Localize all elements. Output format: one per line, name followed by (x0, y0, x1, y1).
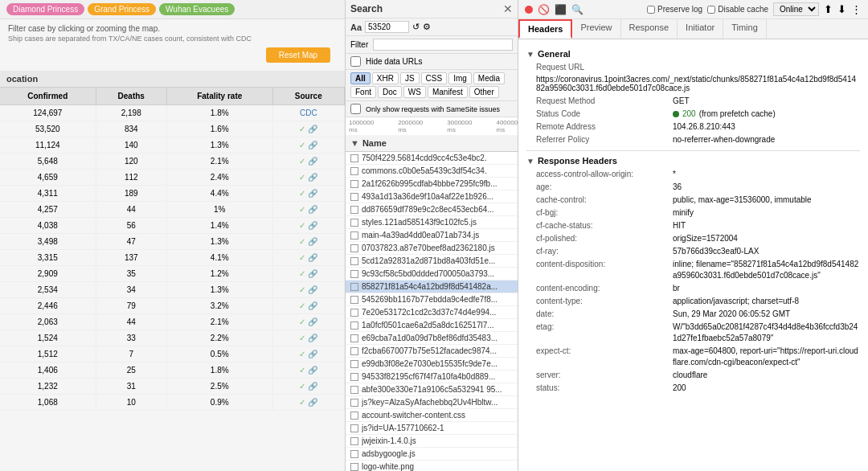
source-link-icon[interactable]: 🔗 (308, 189, 317, 198)
table-row[interactable]: 4,3111894.4%✓ 🔗 (0, 186, 345, 202)
name-col-header[interactable]: ▼ Name (346, 135, 518, 152)
table-row[interactable]: 1,51270.5%✓ 🔗 (0, 346, 345, 362)
table-row[interactable]: 124,6972,1981.8%CDC (0, 105, 345, 121)
network-item[interactable]: 94533f82195cf67f4f7a10fa4b0d889... (346, 371, 518, 383)
record-button[interactable] (525, 6, 533, 14)
source-link-icon[interactable]: 🔗 (308, 285, 317, 294)
filter-doc[interactable]: Doc (378, 86, 402, 98)
upload-icon[interactable]: ⬆ (824, 3, 833, 15)
tag-grand-princess[interactable]: Grand Princess (88, 3, 156, 15)
table-row[interactable]: 2,446793.2%✓ 🔗 (0, 298, 345, 314)
throttle-select[interactable]: Online (773, 2, 819, 16)
network-item[interactable]: jwjeixin-1.4.0.js (346, 435, 518, 448)
source-link-icon[interactable]: 🔗 (308, 301, 317, 310)
filter-icon[interactable]: ⬛ (555, 4, 567, 15)
source-link-icon[interactable]: 🔗 (308, 334, 317, 342)
network-item[interactable]: dd876659df789e9c2c8ec453ecb64... (346, 203, 518, 216)
size-input[interactable] (365, 21, 409, 33)
network-item[interactable]: 5cd12a92831a2d871bd8a403fd51e... (346, 255, 518, 268)
clear-icon[interactable]: 🚫 (538, 4, 550, 15)
source-link-icon[interactable]: 🔗 (308, 253, 317, 262)
col-deaths[interactable]: Deaths (96, 88, 166, 105)
filter-all[interactable]: All (350, 72, 371, 84)
general-section-header[interactable]: ▼ General (526, 49, 860, 59)
network-item[interactable]: logo-white.png (346, 461, 518, 471)
network-item[interactable]: 750f4229.56814cdd9cc4c53e4bc2. (346, 152, 518, 165)
preserve-log-checkbox[interactable] (647, 6, 655, 14)
tag-diamond-princess[interactable]: Diamond Princess (6, 3, 84, 15)
hide-data-checkbox[interactable] (350, 56, 361, 67)
network-item[interactable]: js?key=AlzaSyAfachebbq2Uv4Hbltw... (346, 396, 518, 409)
source-link-icon[interactable]: 🔗 (308, 205, 317, 214)
table-row[interactable]: 11,1241401.3%✓ 🔗 (0, 137, 345, 154)
source-link-icon[interactable]: 🔗 (308, 141, 317, 149)
network-item[interactable]: main-4a39ad4dd0ea071ab734.js (346, 229, 518, 242)
disable-cache-checkbox[interactable] (707, 6, 715, 14)
table-row[interactable]: 53,5208341.6%✓ 🔗 (0, 121, 345, 137)
settings-icon[interactable]: ⚙ (423, 22, 431, 32)
network-item[interactable]: 1a0fcf0501cae6a2d5a8dc162517l7... (346, 319, 518, 332)
source-link-icon[interactable]: 🔗 (308, 237, 317, 246)
network-item[interactable]: adsbygoogle.js (346, 448, 518, 461)
source-link-icon[interactable]: 🔗 (308, 269, 317, 278)
source-link-icon[interactable]: 🔗 (308, 125, 317, 133)
network-item[interactable]: 545269bb1167b77ebdda9c4edfe7f8... (346, 293, 518, 306)
table-row[interactable]: 1,232312.5%✓ 🔗 (0, 379, 345, 395)
network-item[interactable]: commons.c0b0e5a5439c3df54c34. (346, 165, 518, 178)
tag-wuhan-evacuees[interactable]: Wuhan Evacuees (159, 3, 235, 15)
network-item[interactable]: f2cba6670077b75e512facadec9874... (346, 345, 518, 358)
network-item[interactable]: 2a1f2626b995cdfab4bbbe7295fc9fb... (346, 178, 518, 190)
table-row[interactable]: 2,063442.1%✓ 🔗 (0, 314, 345, 330)
table-row[interactable]: 2,534341.3%✓ 🔗 (0, 282, 345, 298)
table-row[interactable]: 4,257441%✓ 🔗 (0, 202, 345, 218)
source-link-icon[interactable]: 🔗 (308, 221, 317, 230)
filter-js[interactable]: JS (400, 72, 420, 84)
table-row[interactable]: 3,498471.3%✓ 🔗 (0, 234, 345, 250)
source-link-icon[interactable]: 🔗 (308, 157, 317, 166)
tab-initiator[interactable]: Initiator (678, 19, 723, 39)
table-row[interactable]: 4,6591122.4%✓ 🔗 (0, 170, 345, 186)
table-row[interactable]: 4,038561.4%✓ 🔗 (0, 218, 345, 234)
filter-other[interactable]: Other (469, 86, 499, 98)
source-link-icon[interactable]: 🔗 (308, 366, 317, 375)
search-icon[interactable]: 🔍 (571, 4, 583, 15)
search-close-icon[interactable]: ✕ (503, 2, 513, 15)
network-item[interactable]: styles.121ad585143f9c102fc5.js (346, 216, 518, 229)
network-item[interactable]: e69cba7a1d0a09d7b8ef86dfd35483... (346, 332, 518, 345)
reset-map-button[interactable]: Reset Map (266, 47, 330, 63)
network-item[interactable]: 493a1d13a36de9f10a4af22e1b926... (346, 190, 518, 203)
source-link-icon[interactable]: 🔗 (308, 173, 317, 182)
filter-font[interactable]: Font (350, 86, 376, 98)
table-row[interactable]: 2,909351.2%✓ 🔗 (0, 266, 345, 282)
filter-manifest[interactable]: Manifest (428, 86, 468, 98)
source-link-icon[interactable]: 🔗 (308, 382, 317, 391)
source-link-icon[interactable]: 🔗 (308, 350, 317, 358)
tab-preview[interactable]: Preview (572, 19, 620, 39)
filter-ws[interactable]: WS (403, 86, 426, 98)
tab-headers[interactable]: Headers (518, 19, 572, 39)
network-item[interactable]: e99db3f08e2e7030eb15535fc9de7e... (346, 358, 518, 371)
network-item[interactable]: 858271f81a54c4a12bd9f8d541482a... (346, 281, 518, 293)
same-site-checkbox[interactable] (350, 104, 361, 114)
tab-timing[interactable]: Timing (723, 19, 767, 39)
network-item[interactable]: 9c93cf58c5bd0ddded700050a3793... (346, 268, 518, 281)
table-row[interactable]: 1,524332.2%✓ 🔗 (0, 330, 345, 346)
network-item[interactable]: abfe300e330e71a9106c5a532941 95... (346, 383, 518, 396)
table-row[interactable]: 3,3151374.1%✓ 🔗 (0, 250, 345, 266)
table-row[interactable]: 1,068100.9%✓ 🔗 (0, 395, 345, 411)
table-row[interactable]: 1,406251.8%✓ 🔗 (0, 362, 345, 379)
network-item[interactable]: account-switcher-content.css (346, 409, 518, 422)
filter-css[interactable]: CSS (421, 72, 448, 84)
download-icon[interactable]: ⬇ (837, 3, 846, 15)
response-headers-section[interactable]: ▼ Response Headers (526, 156, 860, 166)
network-item[interactable]: 7e20e53172c1cd2c3d37c74d4e994... (346, 306, 518, 319)
col-fatality[interactable]: Fatality rate (166, 88, 272, 105)
more-icon[interactable]: ⋮ (851, 3, 862, 15)
col-source[interactable]: Source (272, 88, 344, 105)
network-item[interactable]: 07037823.a87e70beef8ad2362180.js (346, 242, 518, 255)
table-row[interactable]: 5,6481202.1%✓ 🔗 (0, 154, 345, 170)
filter-input[interactable] (373, 39, 513, 51)
col-confirmed[interactable]: Confirmed (0, 88, 96, 105)
network-item[interactable]: js?id=UA-157710662-1 (346, 422, 518, 435)
source-link-icon[interactable]: 🔗 (308, 317, 317, 326)
